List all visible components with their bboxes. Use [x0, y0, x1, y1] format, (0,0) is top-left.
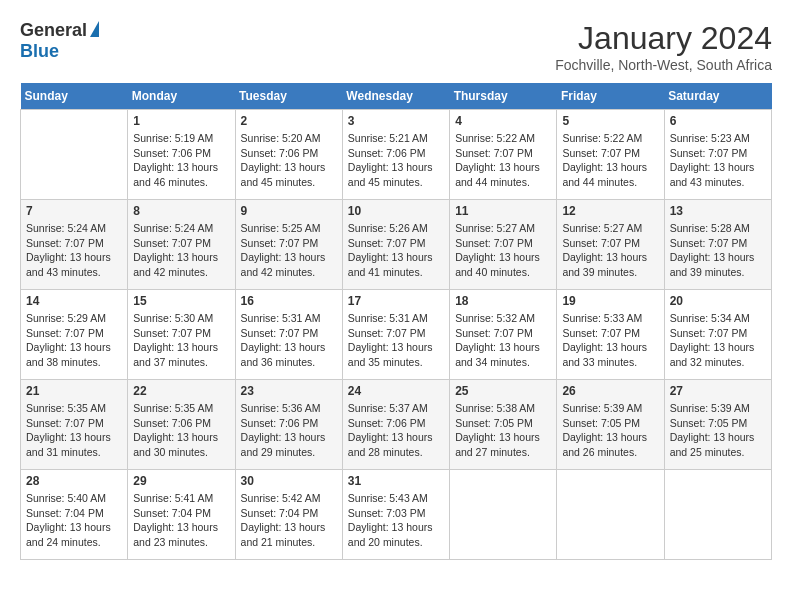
calendar-cell: 21Sunrise: 5:35 AM Sunset: 7:07 PM Dayli… [21, 380, 128, 470]
calendar-cell: 20Sunrise: 5:34 AM Sunset: 7:07 PM Dayli… [664, 290, 771, 380]
day-number: 31 [348, 474, 444, 488]
calendar-week-row: 7Sunrise: 5:24 AM Sunset: 7:07 PM Daylig… [21, 200, 772, 290]
day-number: 15 [133, 294, 229, 308]
calendar-table: SundayMondayTuesdayWednesdayThursdayFrid… [20, 83, 772, 560]
day-detail: Sunrise: 5:42 AM Sunset: 7:04 PM Dayligh… [241, 491, 337, 550]
day-number: 17 [348, 294, 444, 308]
day-detail: Sunrise: 5:24 AM Sunset: 7:07 PM Dayligh… [133, 221, 229, 280]
calendar-cell: 18Sunrise: 5:32 AM Sunset: 7:07 PM Dayli… [450, 290, 557, 380]
day-of-week-header: Sunday [21, 83, 128, 110]
calendar-cell: 4Sunrise: 5:22 AM Sunset: 7:07 PM Daylig… [450, 110, 557, 200]
day-number: 24 [348, 384, 444, 398]
calendar-cell: 28Sunrise: 5:40 AM Sunset: 7:04 PM Dayli… [21, 470, 128, 560]
day-number: 26 [562, 384, 658, 398]
calendar-title: January 2024 [555, 20, 772, 57]
day-detail: Sunrise: 5:26 AM Sunset: 7:07 PM Dayligh… [348, 221, 444, 280]
day-detail: Sunrise: 5:36 AM Sunset: 7:06 PM Dayligh… [241, 401, 337, 460]
day-detail: Sunrise: 5:19 AM Sunset: 7:06 PM Dayligh… [133, 131, 229, 190]
day-detail: Sunrise: 5:27 AM Sunset: 7:07 PM Dayligh… [455, 221, 551, 280]
day-number: 8 [133, 204, 229, 218]
day-detail: Sunrise: 5:31 AM Sunset: 7:07 PM Dayligh… [348, 311, 444, 370]
calendar-cell: 10Sunrise: 5:26 AM Sunset: 7:07 PM Dayli… [342, 200, 449, 290]
calendar-cell: 31Sunrise: 5:43 AM Sunset: 7:03 PM Dayli… [342, 470, 449, 560]
calendar-cell: 24Sunrise: 5:37 AM Sunset: 7:06 PM Dayli… [342, 380, 449, 470]
day-number: 21 [26, 384, 122, 398]
calendar-cell: 7Sunrise: 5:24 AM Sunset: 7:07 PM Daylig… [21, 200, 128, 290]
day-number: 29 [133, 474, 229, 488]
day-detail: Sunrise: 5:33 AM Sunset: 7:07 PM Dayligh… [562, 311, 658, 370]
day-of-week-header: Monday [128, 83, 235, 110]
logo-general-text: General [20, 20, 87, 41]
day-detail: Sunrise: 5:28 AM Sunset: 7:07 PM Dayligh… [670, 221, 766, 280]
calendar-header-row: SundayMondayTuesdayWednesdayThursdayFrid… [21, 83, 772, 110]
calendar-cell: 1Sunrise: 5:19 AM Sunset: 7:06 PM Daylig… [128, 110, 235, 200]
day-detail: Sunrise: 5:38 AM Sunset: 7:05 PM Dayligh… [455, 401, 551, 460]
calendar-week-row: 1Sunrise: 5:19 AM Sunset: 7:06 PM Daylig… [21, 110, 772, 200]
calendar-cell: 13Sunrise: 5:28 AM Sunset: 7:07 PM Dayli… [664, 200, 771, 290]
calendar-cell [557, 470, 664, 560]
day-number: 19 [562, 294, 658, 308]
calendar-cell: 9Sunrise: 5:25 AM Sunset: 7:07 PM Daylig… [235, 200, 342, 290]
day-detail: Sunrise: 5:25 AM Sunset: 7:07 PM Dayligh… [241, 221, 337, 280]
calendar-week-row: 28Sunrise: 5:40 AM Sunset: 7:04 PM Dayli… [21, 470, 772, 560]
calendar-cell: 17Sunrise: 5:31 AM Sunset: 7:07 PM Dayli… [342, 290, 449, 380]
day-detail: Sunrise: 5:23 AM Sunset: 7:07 PM Dayligh… [670, 131, 766, 190]
day-of-week-header: Friday [557, 83, 664, 110]
calendar-cell: 11Sunrise: 5:27 AM Sunset: 7:07 PM Dayli… [450, 200, 557, 290]
day-detail: Sunrise: 5:22 AM Sunset: 7:07 PM Dayligh… [562, 131, 658, 190]
day-number: 18 [455, 294, 551, 308]
day-number: 3 [348, 114, 444, 128]
day-detail: Sunrise: 5:35 AM Sunset: 7:07 PM Dayligh… [26, 401, 122, 460]
day-detail: Sunrise: 5:34 AM Sunset: 7:07 PM Dayligh… [670, 311, 766, 370]
day-of-week-header: Thursday [450, 83, 557, 110]
calendar-cell [21, 110, 128, 200]
day-detail: Sunrise: 5:24 AM Sunset: 7:07 PM Dayligh… [26, 221, 122, 280]
calendar-cell: 5Sunrise: 5:22 AM Sunset: 7:07 PM Daylig… [557, 110, 664, 200]
calendar-cell: 22Sunrise: 5:35 AM Sunset: 7:06 PM Dayli… [128, 380, 235, 470]
calendar-cell: 3Sunrise: 5:21 AM Sunset: 7:06 PM Daylig… [342, 110, 449, 200]
day-number: 16 [241, 294, 337, 308]
day-number: 5 [562, 114, 658, 128]
day-detail: Sunrise: 5:30 AM Sunset: 7:07 PM Dayligh… [133, 311, 229, 370]
day-number: 10 [348, 204, 444, 218]
calendar-cell: 15Sunrise: 5:30 AM Sunset: 7:07 PM Dayli… [128, 290, 235, 380]
calendar-cell: 14Sunrise: 5:29 AM Sunset: 7:07 PM Dayli… [21, 290, 128, 380]
day-of-week-header: Tuesday [235, 83, 342, 110]
calendar-cell: 27Sunrise: 5:39 AM Sunset: 7:05 PM Dayli… [664, 380, 771, 470]
calendar-subtitle: Fochville, North-West, South Africa [555, 57, 772, 73]
day-detail: Sunrise: 5:43 AM Sunset: 7:03 PM Dayligh… [348, 491, 444, 550]
day-detail: Sunrise: 5:22 AM Sunset: 7:07 PM Dayligh… [455, 131, 551, 190]
calendar-cell [450, 470, 557, 560]
day-detail: Sunrise: 5:27 AM Sunset: 7:07 PM Dayligh… [562, 221, 658, 280]
day-number: 6 [670, 114, 766, 128]
day-number: 12 [562, 204, 658, 218]
day-detail: Sunrise: 5:41 AM Sunset: 7:04 PM Dayligh… [133, 491, 229, 550]
calendar-cell [664, 470, 771, 560]
calendar-cell: 23Sunrise: 5:36 AM Sunset: 7:06 PM Dayli… [235, 380, 342, 470]
title-block: January 2024 Fochville, North-West, Sout… [555, 20, 772, 73]
day-number: 14 [26, 294, 122, 308]
day-number: 1 [133, 114, 229, 128]
page-header: General Blue January 2024 Fochville, Nor… [20, 20, 772, 73]
calendar-week-row: 21Sunrise: 5:35 AM Sunset: 7:07 PM Dayli… [21, 380, 772, 470]
day-detail: Sunrise: 5:29 AM Sunset: 7:07 PM Dayligh… [26, 311, 122, 370]
day-number: 30 [241, 474, 337, 488]
day-number: 28 [26, 474, 122, 488]
day-number: 23 [241, 384, 337, 398]
day-detail: Sunrise: 5:40 AM Sunset: 7:04 PM Dayligh… [26, 491, 122, 550]
day-of-week-header: Saturday [664, 83, 771, 110]
day-number: 27 [670, 384, 766, 398]
day-number: 22 [133, 384, 229, 398]
calendar-cell: 25Sunrise: 5:38 AM Sunset: 7:05 PM Dayli… [450, 380, 557, 470]
calendar-cell: 12Sunrise: 5:27 AM Sunset: 7:07 PM Dayli… [557, 200, 664, 290]
day-number: 11 [455, 204, 551, 218]
day-number: 2 [241, 114, 337, 128]
day-number: 7 [26, 204, 122, 218]
day-detail: Sunrise: 5:20 AM Sunset: 7:06 PM Dayligh… [241, 131, 337, 190]
day-number: 25 [455, 384, 551, 398]
day-detail: Sunrise: 5:31 AM Sunset: 7:07 PM Dayligh… [241, 311, 337, 370]
day-number: 9 [241, 204, 337, 218]
day-number: 20 [670, 294, 766, 308]
day-detail: Sunrise: 5:39 AM Sunset: 7:05 PM Dayligh… [562, 401, 658, 460]
day-detail: Sunrise: 5:21 AM Sunset: 7:06 PM Dayligh… [348, 131, 444, 190]
